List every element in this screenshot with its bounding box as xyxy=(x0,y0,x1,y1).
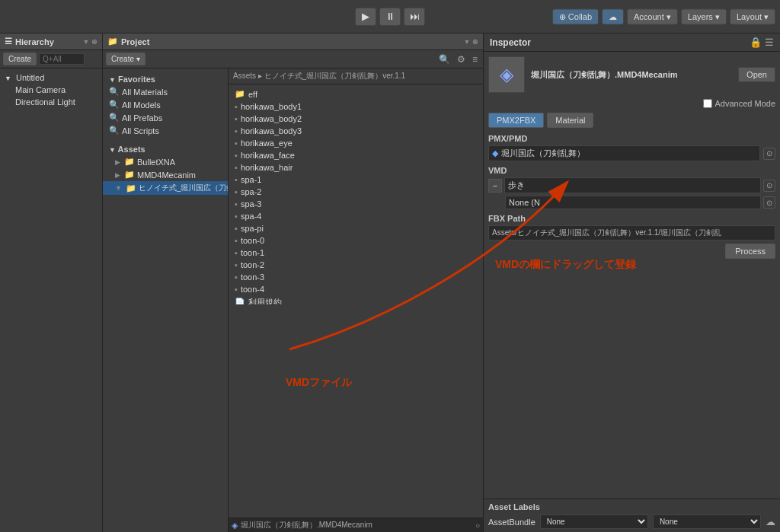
vmd-value-2: None (N xyxy=(509,198,540,207)
file-label-body1: horikawa_body1 xyxy=(241,102,302,111)
hierarchy-tree: ▼ Untitled Main Camera Directional Light xyxy=(0,68,102,532)
tree-item-main-camera[interactable]: Main Camera xyxy=(0,84,102,96)
process-button[interactable]: Process xyxy=(725,244,775,259)
tree-item-untitled[interactable]: ▼ Untitled xyxy=(0,72,102,84)
folder-all-scripts[interactable]: 🔍 All Scripts xyxy=(103,124,228,137)
fbx-path-row: Assets/ヒノイチ式_堀川国広（刀剣乱舞）ver.1.1/堀川国広（刀剣乱 xyxy=(488,225,775,241)
pmx-field-row: ◆ 堀川国広（刀剣乱舞） ⊙ xyxy=(488,145,775,161)
asset-bundle-select[interactable]: None xyxy=(540,514,648,529)
file-label-hair: horikawa_hair xyxy=(241,163,292,172)
pause-button[interactable]: ⏸ xyxy=(379,8,401,26)
asset-labels-cloud-button[interactable]: ☁ xyxy=(766,516,775,527)
icon-eff: 📁 xyxy=(235,89,245,99)
project-files-container: Assets ▸ ヒノイチ式_堀川国広（刀剣乱舞）ver.1.1 📁 eff ▪… xyxy=(229,68,483,532)
inspector-header-icons: 🔒 ☰ xyxy=(750,37,774,48)
play-button[interactable]: ▶ xyxy=(355,8,376,26)
hierarchy-title: Hierarchy xyxy=(15,37,54,46)
file-horikawa-eye[interactable]: ▪ horikawa_eye xyxy=(229,137,483,149)
vmd-minus-button[interactable]: − xyxy=(488,179,502,193)
inspector-lock-button[interactable]: 🔒 xyxy=(750,37,762,48)
assets-label-tree: Assets xyxy=(118,145,145,154)
expand-bulletxna: ▶ xyxy=(115,158,120,166)
file-toon4[interactable]: ▪ toon-4 xyxy=(229,283,483,295)
project-search-icon-btn[interactable]: 🔍 xyxy=(436,53,452,65)
folder-label-bulletxna: BulletXNA xyxy=(137,158,175,167)
icon-face: ▪ xyxy=(235,151,238,160)
tree-item-directional-light[interactable]: Directional Light xyxy=(0,96,102,108)
icon-eye: ▪ xyxy=(235,139,238,148)
folder-all-materials[interactable]: 🔍 All Materials xyxy=(103,85,228,98)
project-settings-icon-btn[interactable]: ⚙ xyxy=(455,53,468,65)
folder-mmd4mecanim[interactable]: ▶ 📁 MMD4Mecanim xyxy=(103,168,228,181)
folder-label-hinoise: ヒノイチ式_堀川国広（刀剣乱舞）ver.1... xyxy=(139,183,229,193)
collab-button[interactable]: ⊕ Collab xyxy=(552,8,599,24)
inspector-menu-button[interactable]: ☰ xyxy=(765,37,774,48)
hierarchy-search-input[interactable] xyxy=(39,53,85,65)
vmd-dot-button-1[interactable]: ⊙ xyxy=(763,180,775,192)
asset-labels-title: Asset Labels xyxy=(488,502,775,511)
cloud-button[interactable]: ☁ xyxy=(602,8,624,24)
file-eff[interactable]: 📁 eff xyxy=(229,88,483,100)
project-grid-icon-btn[interactable]: ≡ xyxy=(470,53,480,65)
file-spa4[interactable]: ▪ spa-4 xyxy=(229,210,483,222)
step-button[interactable]: ⏭ xyxy=(404,8,425,26)
file-horikawa-body3[interactable]: ▪ horikawa_body3 xyxy=(229,125,483,137)
folder-icon-all-scripts: 🔍 xyxy=(109,126,120,135)
folder-icon-hinoise: 📁 xyxy=(126,183,136,193)
folder-icon-all-models: 🔍 xyxy=(109,100,120,110)
hierarchy-panel: ☰ Hierarchy ▼ ⊕ Create ▼ Untitled Main C… xyxy=(0,33,103,532)
account-button[interactable]: Account ▾ xyxy=(627,8,678,24)
file-spa3[interactable]: ▪ spa-3 xyxy=(229,198,483,210)
icon-spa2: ▪ xyxy=(235,187,238,196)
icon-body3: ▪ xyxy=(235,126,238,135)
file-terms[interactable]: 📄 利用規約 xyxy=(229,295,483,304)
favorites-arrow: ▼ xyxy=(109,76,116,84)
file-horikawa-body1[interactable]: ▪ horikawa_body1 xyxy=(229,100,483,113)
file-spa1[interactable]: ▪ spa-1 xyxy=(229,174,483,186)
pmx-field-input[interactable]: ◆ 堀川国広（刀剣乱舞） xyxy=(488,145,760,161)
folder-all-models[interactable]: 🔍 All Models xyxy=(103,98,228,111)
advanced-mode-checkbox[interactable] xyxy=(703,99,712,108)
file-horikawa-hair[interactable]: ▪ horikawa_hair xyxy=(229,161,483,174)
main-layout: ☰ Hierarchy ▼ ⊕ Create ▼ Untitled Main C… xyxy=(0,33,780,532)
asset-bundle-none-select[interactable]: None xyxy=(653,514,761,529)
file-spapi[interactable]: ▪ spa-pi xyxy=(229,222,483,234)
icon-toon1: ▪ xyxy=(235,248,238,257)
project-toolbar-right: 🔍 ⚙ ≡ xyxy=(436,53,480,65)
pmx-field-dot-button[interactable]: ⊙ xyxy=(763,148,775,160)
folder-bulletxna[interactable]: ▶ 📁 BulletXNA xyxy=(103,155,228,168)
folder-hinoise[interactable]: ▼ 📁 ヒノイチ式_堀川国広（刀剣乱舞）ver.1... xyxy=(103,181,228,195)
hierarchy-create-button[interactable]: Create xyxy=(3,53,37,65)
assets-tree-title: ▼ Assets xyxy=(103,142,228,155)
file-horikawa-face[interactable]: ▪ horikawa_face xyxy=(229,149,483,161)
vmd-dot-button-2[interactable]: ⊙ xyxy=(763,196,775,209)
file-toon1[interactable]: ▪ toon-1 xyxy=(229,247,483,259)
pmx2fbx-button[interactable]: PMX2FBX xyxy=(488,113,544,128)
asset-labels-section: Asset Labels AssetBundle None None ☁ xyxy=(484,499,780,532)
material-button[interactable]: Material xyxy=(547,113,593,128)
tree-arrow-untitled: ▼ xyxy=(5,75,11,82)
file-label-toon1: toon-1 xyxy=(241,248,264,257)
file-toon2[interactable]: ▪ toon-2 xyxy=(229,259,483,271)
project-create-button[interactable]: Create ▾ xyxy=(106,53,145,65)
hierarchy-controls: ▼ ⊕ xyxy=(83,38,98,46)
project-title: Project xyxy=(121,37,149,46)
file-label-terms: 利用規約 xyxy=(248,297,282,304)
vmd-input-1[interactable]: 歩き xyxy=(504,177,761,193)
project-files: 📁 eff ▪ horikawa_body1 ▪ horikawa_body2 … xyxy=(229,84,483,304)
bottom-icon: ◈ xyxy=(232,521,238,530)
folder-all-prefabs[interactable]: 🔍 All Prefabs xyxy=(103,111,228,124)
layout-button[interactable]: Layout ▾ xyxy=(730,8,775,24)
bottom-controls: ○ xyxy=(475,521,480,530)
asset-preview: ◈ xyxy=(488,56,525,93)
file-horikawa-body2[interactable]: ▪ horikawa_body2 xyxy=(229,113,483,125)
open-button[interactable]: Open xyxy=(738,67,775,82)
pmx-fbx-buttons: PMX2FBX Material xyxy=(488,113,775,128)
folder-label-all-scripts: All Scripts xyxy=(122,126,159,135)
file-toon3[interactable]: ▪ toon-3 xyxy=(229,271,483,283)
layers-button[interactable]: Layers ▾ xyxy=(681,8,727,24)
file-spa2[interactable]: ▪ spa-2 xyxy=(229,186,483,198)
file-toon0[interactable]: ▪ toon-0 xyxy=(229,234,483,247)
vmd-title: VMD xyxy=(488,166,775,175)
vmd-input-2[interactable]: None (N xyxy=(505,196,761,209)
